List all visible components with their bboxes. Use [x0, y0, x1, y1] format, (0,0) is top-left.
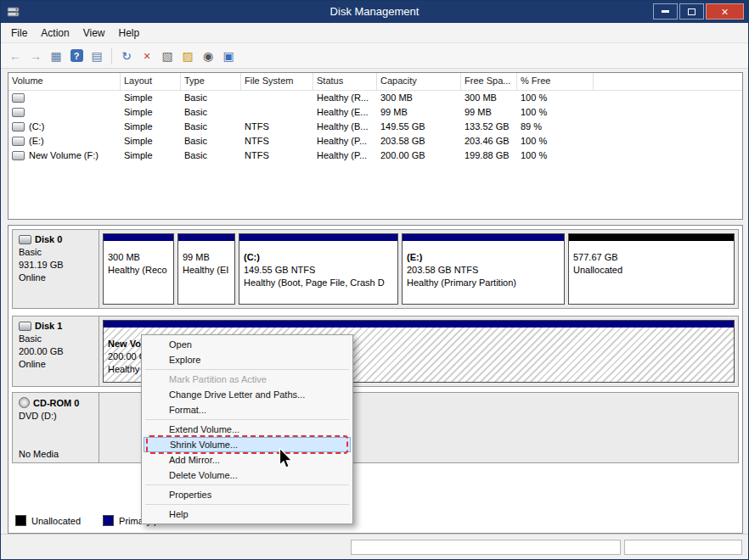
menubar-item-help[interactable]: Help: [112, 24, 147, 42]
column-header-free[interactable]: % Free: [517, 73, 594, 90]
menu-item-mark-partition-as-active: Mark Partition as Active: [144, 372, 351, 387]
disk-name: CD-ROM 0: [19, 397, 93, 408]
column-header-free-spa[interactable]: Free Spa...: [461, 73, 517, 90]
partition-c[interactable]: (C:)149.55 GB NTFSHealthy (Boot, Page Fi…: [239, 233, 398, 305]
cell-layout: Simple: [121, 91, 181, 105]
column-header-volume[interactable]: Volume: [8, 73, 121, 90]
column-header-status[interactable]: Status: [313, 73, 377, 90]
disk-header-cd-rom-0[interactable]: CD-ROM 0DVD (D:) No Media: [13, 393, 99, 462]
legend-label: Unallocated: [31, 516, 81, 526]
menubar-item-action[interactable]: Action: [34, 24, 76, 42]
cell-file_system: [241, 105, 313, 120]
disk-detail-line: No Media: [19, 448, 93, 461]
toolbar-back-button[interactable]: ←: [6, 47, 25, 65]
cell-type: Basic: [181, 120, 241, 134]
cell-file_system: NTFS: [241, 120, 313, 134]
disk-header-disk-0[interactable]: Disk 0Basic931.19 GBOnline: [13, 230, 99, 308]
cell-free_space: 133.52 GB: [461, 120, 517, 134]
disk-detail-line: Online: [19, 272, 93, 284]
disk-row-disk-0: Disk 0Basic931.19 GBOnline300 MBHealthy …: [12, 229, 739, 309]
toolbar-view-button[interactable]: ◉: [199, 47, 217, 65]
cell-capacity: 99 MB: [377, 105, 461, 120]
column-header-filler: [594, 73, 742, 90]
partition-body: (C:)149.55 GB NTFSHealthy (Boot, Page Fi…: [239, 241, 397, 304]
cell-volume: New Volume (F:): [8, 148, 121, 163]
toolbar-devices-button[interactable]: ▣: [219, 47, 238, 65]
disk-name: Disk 0: [19, 234, 93, 244]
partition-color-strip: [104, 234, 173, 241]
column-header-file-system[interactable]: File System: [241, 73, 313, 90]
maximize-button[interactable]: [679, 3, 704, 20]
close-button[interactable]: ×: [706, 3, 744, 20]
column-header-type[interactable]: Type: [181, 73, 241, 90]
partition-healthy-ei[interactable]: 99 MBHealthy (EI: [177, 233, 235, 305]
table-row[interactable]: SimpleBasicHealthy (E...99 MB99 MB100 %: [8, 105, 742, 120]
cell-free_space: 300 MB: [461, 91, 517, 105]
context-menu: OpenExploreMark Partition as ActiveChang…: [141, 334, 353, 524]
partition-status: Healthy (EI: [183, 264, 230, 277]
status-panel: [351, 540, 621, 555]
partition-color-strip: [178, 234, 234, 241]
menu-item-change-drive-letter-and-paths[interactable]: Change Drive Letter and Paths...: [144, 387, 351, 402]
cell-capacity: 203.58 GB: [377, 134, 461, 148]
partition-unallocated[interactable]: 577.67 GBUnallocated: [568, 233, 735, 305]
toolbar-refresh-button[interactable]: ↻: [117, 47, 136, 65]
view-icon: ◉: [203, 49, 213, 63]
toolbar-delete-button[interactable]: ×: [138, 47, 156, 65]
column-header-layout[interactable]: Layout: [121, 73, 181, 90]
volume-icon: [12, 93, 25, 103]
menu-item-add-mirror[interactable]: Add Mirror...: [144, 452, 351, 468]
partition-body: 577.67 GBUnallocated: [569, 241, 734, 304]
minimize-button[interactable]: [653, 3, 678, 20]
partition-healthy-reco[interactable]: 300 MBHealthy (Reco: [103, 233, 174, 305]
menu-item-format[interactable]: Format...: [144, 402, 351, 417]
partition-e[interactable]: (E:)203.58 GB NTFSHealthy (Primary Parti…: [402, 233, 565, 305]
cell-status: Healthy (E...: [313, 105, 377, 120]
table-row[interactable]: New Volume (F:)SimpleBasicNTFSHealthy (P…: [8, 148, 742, 163]
menu-item-extend-volume[interactable]: Extend Volume...: [144, 422, 351, 437]
volume-table-body: SimpleBasicHealthy (R...300 MB300 MB100 …: [8, 91, 742, 163]
volume-icon: [12, 122, 25, 132]
forward-icon: →: [30, 49, 42, 63]
cell-filler: [594, 120, 742, 134]
menu-item-properties[interactable]: Properties: [144, 487, 351, 502]
toolbar-help-button[interactable]: ?: [67, 47, 86, 65]
cell-capacity: 300 MB: [377, 91, 461, 105]
table-row[interactable]: (C:)SimpleBasicNTFSHealthy (B...149.55 G…: [8, 120, 742, 134]
volume-icon: [12, 108, 25, 117]
menu-item-shrink-volume[interactable]: Shrink Volume...: [144, 437, 351, 452]
toolbar-forward-button[interactable]: →: [26, 47, 45, 65]
show-action-pane-icon: ▤: [91, 49, 102, 63]
menu-item-open[interactable]: Open: [144, 337, 351, 352]
toolbar-open-folder-button[interactable]: ▨: [178, 47, 197, 65]
cell-pct_free: 89 %: [517, 120, 594, 134]
cell-type: Basic: [181, 105, 241, 120]
cell-layout: Simple: [121, 148, 181, 163]
toolbar-properties-button[interactable]: ▧: [158, 47, 177, 65]
menu-item-delete-volume[interactable]: Delete Volume...: [144, 468, 351, 483]
menu-item-help[interactable]: Help: [144, 507, 351, 522]
toolbar-show-console-tree-button[interactable]: ▦: [47, 47, 65, 65]
cell-type: Basic: [181, 91, 241, 105]
column-header-capacity[interactable]: Capacity: [377, 73, 461, 90]
cell-volume: [8, 105, 121, 120]
cell-pct_free: 100 %: [517, 91, 594, 105]
close-icon: ×: [721, 6, 728, 18]
menubar-item-view[interactable]: View: [76, 24, 112, 42]
table-row[interactable]: SimpleBasicHealthy (R...300 MB300 MB100 …: [8, 91, 742, 105]
disk-row-cd-rom-0: CD-ROM 0DVD (D:) No Media: [12, 392, 739, 463]
cell-volume: (C:): [8, 120, 121, 134]
table-row[interactable]: (E:)SimpleBasicNTFSHealthy (P...203.58 G…: [8, 134, 742, 148]
cell-volume: (E:): [8, 134, 121, 148]
menubar-item-file[interactable]: File: [4, 24, 34, 42]
properties-icon: ▧: [161, 49, 172, 63]
menu-item-explore[interactable]: Explore: [144, 352, 351, 367]
cell-status: Healthy (P...: [313, 148, 377, 163]
partition-color-strip: [403, 234, 564, 241]
partition-body: (E:)203.58 GB NTFSHealthy (Primary Parti…: [403, 241, 564, 304]
menu-bar: FileActionViewHelp: [1, 23, 748, 43]
disk-header-disk-1[interactable]: Disk 1Basic200.00 GBOnline: [13, 316, 99, 386]
mouse-cursor: [279, 448, 294, 470]
disk-detail-line: 200.00 GB: [19, 345, 93, 358]
toolbar-show-action-pane-button[interactable]: ▤: [87, 47, 106, 65]
